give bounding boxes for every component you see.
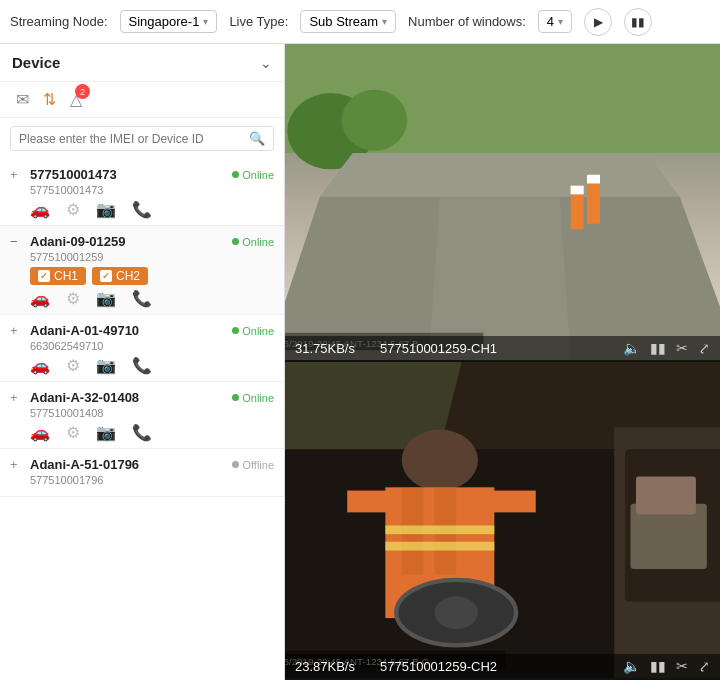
camera-icon[interactable]: 📷 [96,423,116,442]
expand-icon[interactable]: + [10,323,24,338]
svg-point-24 [434,596,478,629]
device-sub-id: 663062549710 [30,340,274,352]
status-dot [232,327,239,334]
road-svg: 10/6/2019-20:45 ANT-1234,5,67,B [285,44,720,360]
camera-icon[interactable]: 📷 [96,200,116,219]
settings-icon[interactable]: ⚙ [66,289,80,308]
status-badge: Online [232,169,274,181]
car-icon[interactable]: 🚗 [30,289,50,308]
svg-point-2 [342,90,407,151]
collapse-icon[interactable]: ⌄ [260,55,272,71]
expand-icon[interactable]: + [10,457,24,472]
phone-slash-icon[interactable]: 📞 [132,289,152,308]
status-dot [232,171,239,178]
settings-icon[interactable]: ⚙ [66,200,80,219]
ch1-label: CH1 [54,269,78,283]
car-icon[interactable]: 🚗 [30,200,50,219]
streaming-node-label: Streaming Node: [10,14,108,29]
sort-icon[interactable]: ⇅ [43,90,56,109]
mute-icon-2[interactable]: 🔈 [623,658,640,674]
live-type-label: Live Type: [229,14,288,29]
video-scene-driver: 10/6/2019-20:45 ANT-1234,5,67,B-C [285,362,720,678]
num-windows-label: Number of windows: [408,14,526,29]
search-input[interactable] [19,132,243,146]
mute-icon-1[interactable]: 🔈 [623,340,640,356]
video-bitrate-1: 31.75KB/s [295,341,370,356]
expand-icon[interactable]: − [10,234,24,249]
device-item: − Adani-09-01259 Online 577510001259 ✓ C… [0,226,284,315]
video-channel-1: 577510001259-CH1 [380,341,613,356]
notification-icon[interactable]: △ 2 [70,90,82,109]
top-bar: Streaming Node: Singapore-1 ▾ Live Type:… [0,0,720,44]
camera-icon[interactable]: 📷 [96,356,116,375]
chevron-down-icon: ▾ [558,16,563,27]
status-text: Online [242,236,274,248]
channel-tags: ✓ CH1 ✓ CH2 [30,267,274,285]
device-name: Adani-09-01259 [30,234,226,249]
svg-rect-7 [571,186,584,195]
sidebar: Device ⌄ ✉ ⇅ △ 2 🔍 + 577510001473 Online [0,44,285,680]
pause-button[interactable]: ▮▮ [624,8,652,36]
scissors-icon-2[interactable]: ✂ [676,658,688,674]
svg-marker-4 [320,153,680,197]
status-dot [232,238,239,245]
svg-rect-20 [385,542,494,551]
status-text: Online [242,169,274,181]
checkbox-ch1[interactable]: ✓ [38,270,50,282]
device-name: Adani-A-01-49710 [30,323,226,338]
video-bitrate-2: 23.87KB/s [295,659,370,674]
device-item: + Adani-A-51-01796 Offline 577510001796 [0,449,284,497]
video-slot-1: 10/6/2019-20:45 ANT-1234,5,67,B 31.75KB/… [285,44,720,362]
phone-slash-icon[interactable]: 📞 [132,423,152,442]
tag-icon[interactable]: ✉ [16,90,29,109]
streaming-node-select[interactable]: Singapore-1 ▾ [120,10,218,33]
chevron-down-icon: ▾ [203,16,208,27]
device-name: 577510001473 [30,167,226,182]
settings-icon[interactable]: ⚙ [66,423,80,442]
status-badge: Online [232,325,274,337]
expand-icon[interactable]: + [10,390,24,405]
device-name: Adani-A-32-01408 [30,390,226,405]
ch2-label: CH2 [116,269,140,283]
play-button[interactable]: ▶ [584,8,612,36]
streaming-node-value: Singapore-1 [129,14,200,29]
video-slot-2: 10/6/2019-20:45 ANT-1234,5,67,B-C 23.87K… [285,362,720,680]
status-text: Online [242,392,274,404]
settings-icon[interactable]: ⚙ [66,356,80,375]
device-item: + Adani-A-32-01408 Online 577510001408 🚗… [0,382,284,449]
fullscreen-icon-1[interactable]: ⤤ [698,340,710,356]
car-icon[interactable]: 🚗 [30,356,50,375]
device-actions: 🚗 ⚙ 📷 📞 [30,356,274,375]
device-item: + Adani-A-01-49710 Online 663062549710 🚗… [0,315,284,382]
channel-ch1[interactable]: ✓ CH1 [30,267,86,285]
video-channel-2: 577510001259-CH2 [380,659,613,674]
num-windows-select[interactable]: 4 ▾ [538,10,572,33]
video-info-bar-1: 31.75KB/s 577510001259-CH1 🔈 ▮▮ ✂ ⤤ [285,336,720,360]
status-dot [232,394,239,401]
sidebar-title: Device [12,54,60,71]
svg-rect-22 [492,491,536,513]
video-panel: 10/6/2019-20:45 ANT-1234,5,67,B 31.75KB/… [285,44,720,680]
expand-icon[interactable]: + [10,167,24,182]
phone-slash-icon[interactable]: 📞 [132,200,152,219]
num-windows-value: 4 [547,14,554,29]
camera-icon[interactable]: 📷 [96,289,116,308]
svg-rect-21 [347,491,388,513]
device-sub-id: 577510001259 [30,251,274,263]
status-text: Offline [242,459,274,471]
main-content: Device ⌄ ✉ ⇅ △ 2 🔍 + 577510001473 Online [0,44,720,680]
video-scene-road: 10/6/2019-20:45 ANT-1234,5,67,B [285,44,720,360]
pause-icon-2[interactable]: ▮▮ [650,658,666,674]
checkbox-ch2[interactable]: ✓ [100,270,112,282]
phone-slash-icon[interactable]: 📞 [132,356,152,375]
scissors-icon-1[interactable]: ✂ [676,340,688,356]
live-type-select[interactable]: Sub Stream ▾ [300,10,396,33]
status-badge: Online [232,392,274,404]
car-icon[interactable]: 🚗 [30,423,50,442]
notification-badge: 2 [75,84,90,99]
fullscreen-icon-2[interactable]: ⤤ [698,658,710,674]
pause-icon-1[interactable]: ▮▮ [650,340,666,356]
channel-ch2[interactable]: ✓ CH2 [92,267,148,285]
device-actions: 🚗 ⚙ 📷 📞 [30,423,274,442]
device-actions: 🚗 ⚙ 📷 📞 [30,200,274,219]
